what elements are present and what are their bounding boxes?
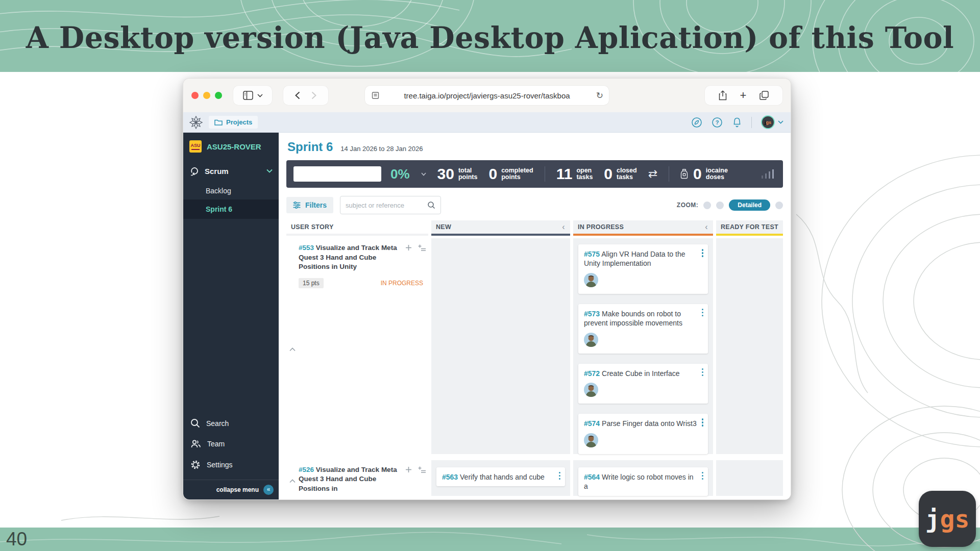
- notifications-bell-icon[interactable]: [732, 117, 742, 128]
- search-magnifier-icon[interactable]: [427, 201, 435, 209]
- assignee-avatar[interactable]: [584, 273, 598, 287]
- story-title[interactable]: #553 Visualize and Track Meta Quest 3 Ha…: [299, 243, 405, 272]
- user-menu[interactable]: jgs: [761, 115, 783, 129]
- discover-compass-icon[interactable]: [691, 117, 702, 128]
- projects-menu[interactable]: Projects: [209, 116, 258, 129]
- add-multiple-tasks-icon[interactable]: [418, 466, 426, 473]
- sidebar-item-search[interactable]: Search: [183, 413, 279, 434]
- projects-label[interactable]: Projects: [226, 118, 252, 126]
- task-card-575[interactable]: #575 Align VR Hand Data to the Unity Imp…: [578, 244, 708, 294]
- task-ref[interactable]: #564: [584, 473, 600, 481]
- assignee-avatar[interactable]: [584, 433, 598, 447]
- task-title[interactable]: #572 Create Cube in Interface: [584, 369, 697, 378]
- task-menu-icon[interactable]: [702, 418, 704, 427]
- zoom-window-button[interactable]: [215, 92, 222, 99]
- sidebar-toggle-group[interactable]: [233, 86, 272, 105]
- close-window-button[interactable]: [191, 92, 199, 99]
- task-menu-icon[interactable]: [559, 472, 561, 480]
- scrum-chevron-down-icon[interactable]: [266, 169, 273, 173]
- settings-label[interactable]: Settings: [207, 461, 233, 469]
- page-settings-icon[interactable]: [372, 92, 379, 99]
- task-subject[interactable]: Create Cube in Interface: [602, 369, 680, 378]
- task-title[interactable]: #564 Write logic so robot moves in a: [584, 472, 697, 491]
- toolbar-right-group: +: [705, 86, 782, 105]
- tabs-overview-icon[interactable]: [760, 91, 769, 100]
- sidebar-item-sprint6[interactable]: Sprint 6: [183, 199, 279, 219]
- task-ref[interactable]: #574: [584, 419, 600, 428]
- zoom-level-full[interactable]: [775, 202, 783, 209]
- task-ref[interactable]: #563: [442, 473, 458, 481]
- task-ref[interactable]: #572: [584, 369, 600, 378]
- swap-arrows-icon[interactable]: ⇄: [648, 167, 657, 181]
- story-ref[interactable]: #526: [299, 466, 314, 473]
- minimize-window-button[interactable]: [203, 92, 210, 99]
- sidebar-item-team[interactable]: Team: [183, 434, 279, 454]
- collapse-story-icon[interactable]: [289, 465, 296, 496]
- forward-button[interactable]: [311, 91, 316, 99]
- filters-label[interactable]: Filters: [305, 201, 327, 209]
- task-menu-icon[interactable]: [702, 472, 704, 480]
- add-task-icon[interactable]: [405, 244, 412, 251]
- task-card-564[interactable]: #564 Write logic so robot moves in a: [578, 467, 708, 496]
- task-ref[interactable]: #573: [584, 310, 600, 318]
- add-multiple-tasks-icon[interactable]: [418, 244, 426, 251]
- task-title[interactable]: #563 Verify that hands and cube: [442, 472, 554, 482]
- sidebar-item-backlog[interactable]: Backlog: [183, 182, 279, 199]
- search-input[interactable]: [346, 202, 427, 209]
- taskboard: USER STORY NEW ‹ IN PROGRESS ‹: [286, 220, 783, 500]
- new-tab-icon[interactable]: +: [740, 90, 747, 101]
- story-points-badge[interactable]: 15 pts: [299, 278, 324, 288]
- stats-chevron-down-icon[interactable]: [421, 172, 426, 176]
- fold-column-icon[interactable]: ‹: [705, 222, 708, 232]
- task-title[interactable]: #574 Parse Finger data onto Wrist3: [584, 419, 697, 428]
- user-avatar[interactable]: jgs: [761, 115, 775, 129]
- sidebar-item-scrum[interactable]: Scrum: [183, 160, 279, 182]
- taiga-logo-icon[interactable]: [189, 116, 203, 129]
- url-text[interactable]: tree.taiga.io/project/javiergs-asu25-rov…: [365, 91, 609, 100]
- task-card-574[interactable]: #574 Parse Finger data onto Wrist3: [578, 414, 708, 454]
- task-ref[interactable]: #575: [584, 250, 600, 258]
- task-menu-icon[interactable]: [702, 249, 704, 257]
- team-label[interactable]: Team: [207, 440, 225, 448]
- project-name[interactable]: ASU25-ROVER: [207, 142, 261, 151]
- user-menu-chevron-icon[interactable]: [778, 120, 783, 124]
- add-task-icon[interactable]: [405, 466, 412, 473]
- sidebar-item-settings[interactable]: Settings: [183, 454, 279, 475]
- fold-column-icon[interactable]: ‹: [562, 222, 565, 232]
- assignee-avatar[interactable]: [584, 383, 598, 397]
- project-home-link[interactable]: ASU ASU25-ROVER: [183, 133, 279, 160]
- zoom-level-default[interactable]: [716, 202, 724, 209]
- zoom-level-detailed[interactable]: Detailed: [729, 199, 770, 211]
- user-story-cell: #553 Visualize and Track Meta Quest 3 Ha…: [286, 238, 428, 454]
- scrum-label[interactable]: Scrum: [205, 167, 229, 176]
- zoom-level-compact[interactable]: [703, 202, 711, 209]
- sidebar-toggle-icon[interactable]: [243, 91, 253, 100]
- sidebar-chevron-down-icon[interactable]: [257, 94, 263, 97]
- task-title[interactable]: #573 Make bounds on robot to prevent imp…: [584, 309, 697, 328]
- task-title[interactable]: #575 Align VR Hand Data to the Unity Imp…: [584, 249, 697, 268]
- task-menu-icon[interactable]: [702, 309, 704, 317]
- filters-button[interactable]: Filters: [286, 197, 333, 213]
- collapse-story-icon[interactable]: [289, 243, 296, 454]
- task-menu-icon[interactable]: [702, 368, 704, 377]
- story-title[interactable]: #526 Visualize and Track Meta Quest 3 Ha…: [299, 465, 405, 494]
- story-ref[interactable]: #553: [299, 244, 314, 252]
- back-button[interactable]: [295, 91, 300, 99]
- search-label[interactable]: Search: [206, 419, 229, 428]
- task-card-563[interactable]: #563 Verify that hands and cube: [436, 467, 565, 486]
- address-bar[interactable]: tree.taiga.io/project/javiergs-asu25-rov…: [365, 86, 609, 105]
- task-subject[interactable]: Write logic so robot moves in a: [584, 473, 694, 490]
- task-subject[interactable]: Parse Finger data onto Wrist3: [602, 419, 697, 428]
- assignee-avatar[interactable]: [584, 333, 598, 347]
- burndown-chart-icon[interactable]: [761, 168, 774, 180]
- task-card-572[interactable]: #572 Create Cube in Interface: [578, 364, 708, 404]
- collapse-menu-bar[interactable]: collapse menu «: [183, 480, 279, 500]
- task-card-573[interactable]: #573 Make bounds on robot to prevent imp…: [578, 304, 708, 354]
- reload-icon[interactable]: ↻: [596, 90, 603, 101]
- help-icon[interactable]: ?: [712, 117, 723, 128]
- collapse-menu-label[interactable]: collapse menu: [216, 486, 259, 493]
- task-subject[interactable]: Verify that hands and cube: [460, 473, 545, 481]
- collapse-menu-icon[interactable]: «: [263, 485, 274, 495]
- share-icon[interactable]: [719, 90, 727, 101]
- closed-tasks-value: 0: [604, 166, 612, 182]
